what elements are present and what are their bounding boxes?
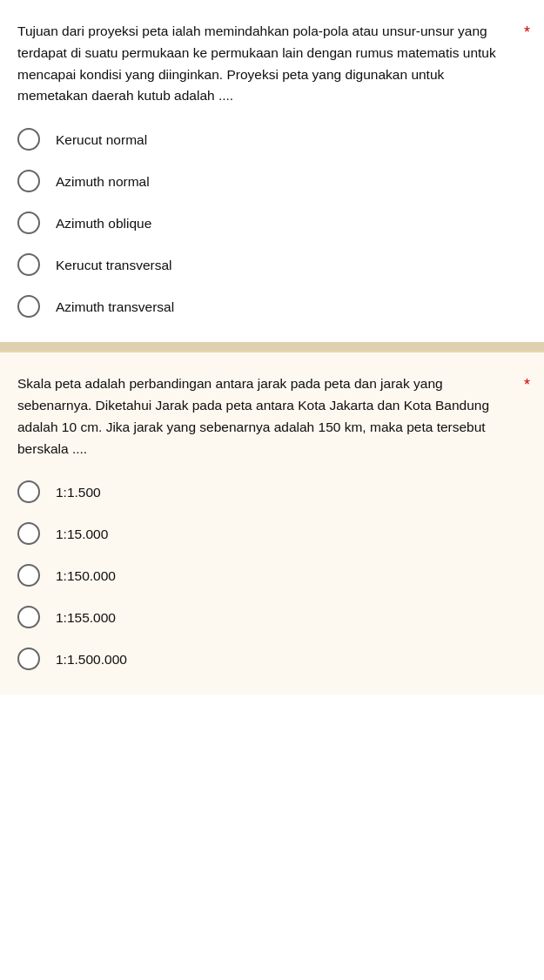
section-divider <box>0 342 544 351</box>
radio-q1-5[interactable] <box>17 295 40 318</box>
radio-q2-2[interactable] <box>17 522 40 545</box>
radio-q2-3[interactable] <box>17 564 40 587</box>
radio-q2-5[interactable] <box>17 648 40 670</box>
question-1-option-2[interactable]: Azimuth normal <box>17 170 527 192</box>
option-label-q1-5: Azimuth transversal <box>56 297 174 317</box>
option-label-q1-4: Kerucut transversal <box>56 255 172 275</box>
question-1-option-4[interactable]: Kerucut transversal <box>17 253 527 276</box>
question-1-option-1[interactable]: Kerucut normal <box>17 128 527 151</box>
radio-q1-1[interactable] <box>17 128 40 151</box>
question-2-option-1[interactable]: 1:1.500 <box>17 480 527 503</box>
question-2-options: 1:1.5001:15.0001:150.0001:155.0001:1.500… <box>17 480 527 670</box>
question-1-option-3[interactable]: Azimuth oblique <box>17 211 527 234</box>
radio-q1-2[interactable] <box>17 170 40 192</box>
question-2-block: * Skala peta adalah perbandingan antara … <box>0 351 544 695</box>
question-2-option-3[interactable]: 1:150.000 <box>17 564 527 587</box>
required-star-2: * <box>524 373 530 397</box>
option-label-q1-2: Azimuth normal <box>56 171 150 191</box>
option-label-q2-3: 1:150.000 <box>56 566 116 586</box>
option-label-q2-2: 1:15.000 <box>56 524 108 544</box>
option-label-q1-1: Kerucut normal <box>56 130 147 150</box>
radio-q1-4[interactable] <box>17 253 40 276</box>
question-1-option-5[interactable]: Azimuth transversal <box>17 295 527 318</box>
question-2-option-4[interactable]: 1:155.000 <box>17 606 527 628</box>
radio-q1-3[interactable] <box>17 211 40 234</box>
question-2-option-5[interactable]: 1:1.500.000 <box>17 648 527 670</box>
radio-q2-1[interactable] <box>17 480 40 503</box>
required-star-1: * <box>524 21 530 44</box>
question-2-text: Skala peta adalah perbandingan antara ja… <box>17 373 527 460</box>
option-label-q2-1: 1:1.500 <box>56 482 101 502</box>
option-label-q2-4: 1:155.000 <box>56 607 116 628</box>
question-1-block: * Tujuan dari proyeksi peta ialah memind… <box>0 0 544 342</box>
option-label-q2-5: 1:1.500.000 <box>56 649 127 669</box>
question-1-options: Kerucut normalAzimuth normalAzimuth obli… <box>17 128 527 318</box>
radio-q2-4[interactable] <box>17 606 40 628</box>
question-1-text: Tujuan dari proyeksi peta ialah memindah… <box>17 21 527 107</box>
option-label-q1-3: Azimuth oblique <box>56 213 151 233</box>
question-2-option-2[interactable]: 1:15.000 <box>17 522 527 545</box>
